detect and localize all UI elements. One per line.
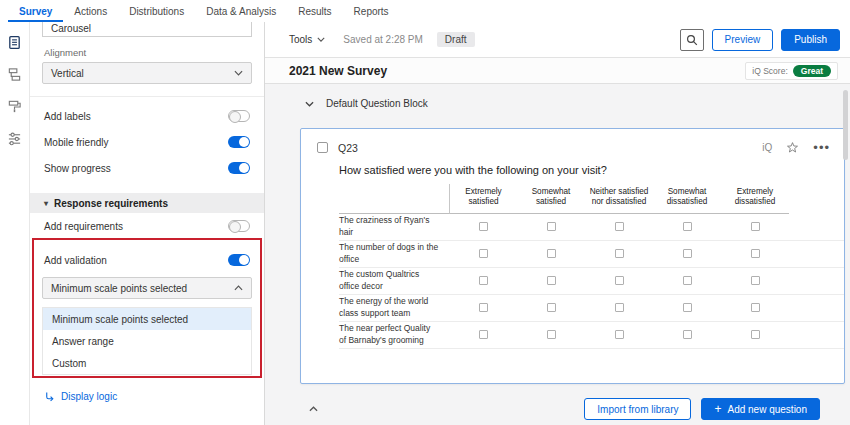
matrix-cell [721, 222, 789, 231]
question-iq-label[interactable]: iQ [762, 142, 772, 153]
question-block-header[interactable]: Default Question Block [265, 84, 850, 109]
question-settings-panel: Carousel Alignment Vertical Add labels M… [30, 22, 265, 425]
import-from-library-button[interactable]: Import from library [584, 398, 691, 420]
matrix-checkbox[interactable] [615, 222, 624, 231]
validation-options-list: Minimum scale points selected Answer ran… [42, 307, 252, 375]
matrix-cell [653, 222, 721, 231]
matrix-cell [449, 222, 517, 231]
publish-button[interactable]: Publish [781, 29, 840, 51]
content-scrollbar[interactable] [843, 90, 848, 418]
matrix-checkbox[interactable] [547, 249, 556, 258]
matrix-checkbox[interactable] [683, 249, 692, 258]
matrix-cell [449, 276, 517, 285]
matrix-cell [653, 276, 721, 285]
search-icon [686, 34, 698, 46]
nav-tab-results[interactable]: Results [287, 0, 342, 22]
branch-arrow-icon [44, 391, 55, 402]
left-icon-rail [0, 22, 30, 425]
survey-options-icon[interactable] [7, 130, 23, 146]
survey-title-bar: 2021 New Survey iQ Score: Great [265, 58, 850, 84]
matrix-checkbox[interactable] [751, 330, 760, 339]
matrix-checkbox[interactable] [615, 249, 624, 258]
matrix-checkbox[interactable] [479, 222, 488, 231]
question-menu-icon[interactable]: ••• [813, 144, 830, 152]
question-id: Q23 [338, 142, 358, 154]
add-labels-toggle[interactable] [228, 110, 250, 122]
matrix-row-label: The custom Qualtrics office decor [339, 269, 449, 291]
alignment-select-value: Vertical [51, 68, 84, 79]
matrix-body: The craziness of Ryan's hairThe number o… [339, 214, 844, 349]
look-and-feel-icon[interactable] [7, 98, 23, 114]
validation-type-select-value: Minimum scale points selected [51, 283, 187, 294]
star-icon[interactable] [786, 141, 799, 154]
matrix-checkbox[interactable] [683, 330, 692, 339]
matrix-checkbox[interactable] [479, 330, 488, 339]
matrix-checkbox[interactable] [683, 276, 692, 285]
validation-option[interactable]: Custom [43, 352, 251, 374]
matrix-column-header: Somewhat satisfied [517, 184, 585, 214]
display-logic-link[interactable]: Display logic [44, 391, 250, 402]
matrix-checkbox[interactable] [615, 276, 624, 285]
response-requirements-header[interactable]: ▾ Response requirements [30, 193, 264, 213]
scrollbar-thumb[interactable] [843, 90, 848, 160]
validation-option[interactable]: Answer range [43, 330, 251, 352]
matrix-checkbox[interactable] [479, 276, 488, 285]
matrix-row-label: The near perfect Quality of Barnaby's gr… [339, 323, 449, 345]
nav-tab-survey[interactable]: Survey [8, 0, 63, 22]
matrix-checkbox[interactable] [479, 249, 488, 258]
matrix-checkbox[interactable] [683, 303, 692, 312]
add-new-question-button[interactable]: + Add new question [701, 398, 820, 420]
matrix-row-label: The energy of the world class support te… [339, 296, 449, 318]
builder-icon[interactable] [7, 34, 23, 50]
matrix-checkbox[interactable] [751, 303, 760, 312]
validation-type-select[interactable]: Minimum scale points selected [42, 277, 252, 299]
search-button[interactable] [680, 29, 704, 51]
carousel-select[interactable]: Carousel [42, 22, 252, 37]
matrix-checkbox[interactable] [751, 222, 760, 231]
mobile-friendly-row: Mobile friendly [30, 129, 264, 155]
matrix-checkbox[interactable] [751, 249, 760, 258]
matrix-checkbox[interactable] [547, 330, 556, 339]
question-card[interactable]: Q23 iQ ••• How satisfied were you with t… [300, 128, 845, 384]
add-labels-label: Add labels [44, 111, 91, 122]
alignment-select[interactable]: Vertical [42, 62, 252, 84]
matrix-column-header: Neither satisfied nor dissatisfied [585, 184, 653, 214]
nav-tab-data-analysis[interactable]: Data & Analysis [195, 0, 287, 22]
matrix-table: Extremely satisfied Somewhat satisfied N… [339, 184, 844, 349]
matrix-checkbox[interactable] [547, 276, 556, 285]
mobile-friendly-toggle[interactable] [228, 136, 250, 148]
matrix-checkbox[interactable] [751, 276, 760, 285]
add-validation-toggle[interactable] [228, 254, 250, 266]
matrix-cell [721, 330, 789, 339]
matrix-checkbox[interactable] [547, 303, 556, 312]
show-progress-toggle[interactable] [228, 162, 250, 174]
mobile-friendly-label: Mobile friendly [44, 137, 108, 148]
preview-button[interactable]: Preview [712, 29, 774, 51]
matrix-row: The craziness of Ryan's hair [339, 214, 844, 241]
nav-tab-actions[interactable]: Actions [63, 0, 118, 22]
tools-menu-button[interactable]: Tools [289, 34, 325, 45]
validation-option[interactable]: Minimum scale points selected [43, 308, 251, 330]
matrix-checkbox[interactable] [615, 303, 624, 312]
question-text[interactable]: How satisfied were you with the followin… [339, 164, 844, 176]
nav-tab-distributions[interactable]: Distributions [118, 0, 195, 22]
add-requirements-toggle[interactable] [228, 220, 250, 232]
display-logic-label: Display logic [61, 391, 117, 402]
matrix-cell [585, 276, 653, 285]
matrix-checkbox[interactable] [547, 222, 556, 231]
matrix-cell [517, 276, 585, 285]
survey-title[interactable]: 2021 New Survey [289, 64, 387, 78]
survey-editor-main: Tools Saved at 2:28 PM Draft Preview Pub… [265, 22, 850, 425]
show-progress-row: Show progress [30, 155, 264, 181]
collapse-up-icon[interactable] [309, 406, 318, 412]
matrix-checkbox[interactable] [479, 303, 488, 312]
matrix-checkbox[interactable] [683, 222, 692, 231]
matrix-corner-cell [339, 184, 449, 214]
question-select-checkbox[interactable] [317, 142, 328, 153]
survey-flow-icon[interactable] [7, 66, 23, 82]
iq-score-box[interactable]: iQ Score: Great [745, 62, 838, 80]
matrix-checkbox[interactable] [615, 330, 624, 339]
nav-tab-reports[interactable]: Reports [343, 0, 400, 22]
carousel-select-value: Carousel [51, 23, 91, 34]
matrix-cell [585, 330, 653, 339]
